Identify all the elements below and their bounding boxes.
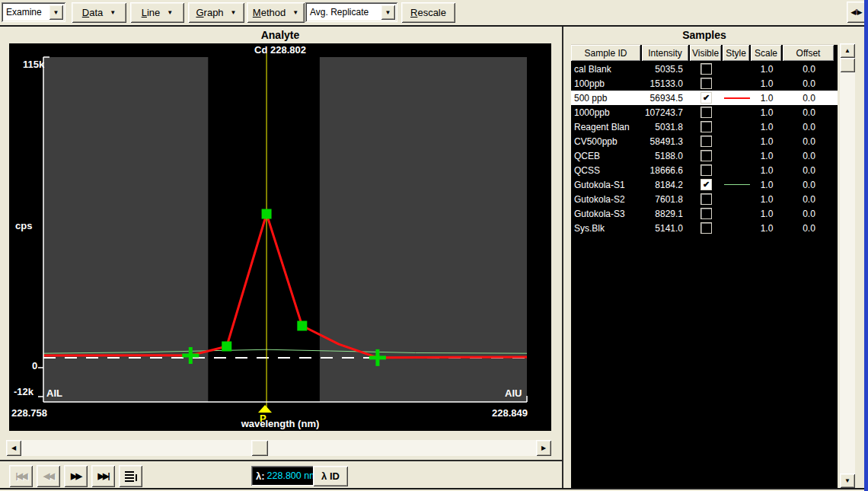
style-cell <box>723 177 751 192</box>
visible-checkbox[interactable] <box>700 63 712 75</box>
split-pane-icon[interactable]: ◀‖▶ <box>847 2 866 23</box>
y-axis-max-label: 115k <box>23 59 44 70</box>
offset-cell: 0.0 <box>783 221 835 235</box>
menu-button-method[interactable]: Method▼ <box>247 2 305 23</box>
menu-button-data[interactable]: Data▼ <box>72 2 126 23</box>
offset-cell: 0.0 <box>783 76 835 91</box>
style-line-swatch <box>724 97 750 99</box>
replicate-list-button[interactable] <box>119 465 142 487</box>
offset-cell: 0.0 <box>783 148 835 163</box>
visible-cell <box>690 134 723 148</box>
examine-combobox[interactable]: Examine ▼ <box>2 2 65 22</box>
style-cell <box>723 62 751 76</box>
avg-replicate-combobox[interactable]: Avg. Replicate ▼ <box>305 2 397 22</box>
scroll-left-icon[interactable]: ◀ <box>6 440 21 456</box>
intensity-cell: 15133.0 <box>642 76 690 91</box>
spectrum-plot[interactable]: Cd 228.802 115k cps 0 -12k AIL AIU 228.7… <box>9 43 551 431</box>
scroll-down-icon[interactable]: ▼ <box>840 473 855 488</box>
visible-checkbox[interactable] <box>700 150 712 161</box>
scale-cell: 1.0 <box>751 177 783 192</box>
pane-divider[interactable] <box>562 27 563 488</box>
table-row[interactable]: cal Blank5035.51.00.0 <box>571 62 838 76</box>
replicate-list-icon <box>124 470 137 482</box>
visible-cell <box>690 62 723 76</box>
style-line-swatch <box>724 184 750 185</box>
samples-table-header: Sample IDIntensityVisibleStyleScaleOffse… <box>571 45 838 61</box>
spectrum-canvas[interactable] <box>9 43 551 431</box>
table-row[interactable]: 100ppb15133.01.00.0 <box>571 76 838 91</box>
visible-checkbox[interactable] <box>700 208 712 219</box>
sample-id-cell: QCEB <box>571 148 642 163</box>
column-header-scale[interactable]: Scale <box>751 45 781 61</box>
sample-id-cell: Gutokola-S2 <box>571 192 642 206</box>
samples-vertical-scrollbar[interactable]: ▲ ▼ <box>840 43 855 488</box>
scroll-up-icon[interactable]: ▲ <box>840 43 855 58</box>
visible-checkbox[interactable]: ✔ <box>700 92 712 104</box>
ail-label: AIL <box>46 387 62 399</box>
skip-first-icon[interactable]: |◀◀ <box>9 465 33 487</box>
plus-marker-icon <box>189 347 193 364</box>
square-marker-icon <box>297 321 307 331</box>
table-row[interactable]: 500 ppb56934.5✔1.00.0 <box>571 91 838 105</box>
offset-cell: 0.0 <box>783 177 835 192</box>
table-row[interactable]: Reagent Blan5031.81.00.0 <box>571 120 838 134</box>
style-cell <box>723 221 751 235</box>
intensity-cell: 18666.6 <box>642 163 690 177</box>
column-header-visible[interactable]: Visible <box>690 45 721 61</box>
column-header-style[interactable]: Style <box>723 45 749 61</box>
visible-checkbox[interactable]: ✔ <box>700 179 712 190</box>
column-header-offset[interactable]: Offset <box>783 45 834 61</box>
visible-checkbox[interactable] <box>700 107 712 118</box>
table-row[interactable]: Gutokola-S38829.11.00.0 <box>571 206 838 221</box>
table-row[interactable]: Gutokola-S18184.2✔1.00.0 <box>571 177 838 192</box>
chart-horizontal-scrollbar[interactable]: ◀ ▶ <box>6 440 551 456</box>
x-axis-min-label: 228.758 <box>11 407 47 419</box>
scrollbar-thumb[interactable] <box>840 58 855 72</box>
table-row[interactable]: Sys.Blk5141.01.00.0 <box>571 221 838 235</box>
visible-cell <box>690 105 723 120</box>
column-header-intensity[interactable]: Intensity <box>642 45 688 61</box>
chevron-down-icon: ▼ <box>167 9 173 16</box>
visible-checkbox[interactable] <box>700 164 712 176</box>
visible-checkbox[interactable] <box>700 121 712 132</box>
column-header-sample-id[interactable]: Sample ID <box>571 45 640 61</box>
peak-cursor-icon[interactable] <box>258 405 272 413</box>
aiu-label: AIU <box>505 387 522 399</box>
forward-icon[interactable]: ▶▶ <box>64 465 88 487</box>
window-bottom-border <box>0 488 864 489</box>
rescale-button[interactable]: Rescale <box>401 2 455 23</box>
scroll-right-icon[interactable]: ▶ <box>536 440 551 456</box>
scale-cell: 1.0 <box>751 76 783 91</box>
lambda-id-button[interactable]: λ ID <box>313 466 348 486</box>
table-row[interactable]: Gutokola-S27601.81.00.0 <box>571 192 838 206</box>
x-axis-max-label: 228.849 <box>492 407 528 419</box>
table-row[interactable]: 1000ppb107243.71.00.0 <box>571 105 838 120</box>
chevron-down-icon[interactable]: ▼ <box>381 5 395 20</box>
intensity-cell: 58491.3 <box>642 134 690 148</box>
visible-checkbox[interactable] <box>700 78 712 89</box>
offset-cell: 0.0 <box>783 163 835 177</box>
samples-table-body: cal Blank5035.51.00.0100ppb15133.01.00.0… <box>571 62 838 235</box>
table-row[interactable]: QCSS18666.61.00.0 <box>571 163 838 177</box>
style-cell <box>723 206 751 221</box>
plus-marker-icon <box>375 349 379 366</box>
table-row[interactable]: CV500ppb58491.31.00.0 <box>571 134 838 148</box>
rewind-icon[interactable]: ◀◀ <box>37 465 60 487</box>
style-cell <box>723 163 751 177</box>
style-cell <box>723 91 751 105</box>
menu-button-graph[interactable]: Graph▼ <box>188 2 244 23</box>
visible-checkbox[interactable] <box>700 136 712 147</box>
chevron-down-icon[interactable]: ▼ <box>49 5 63 20</box>
scrollbar-thumb[interactable] <box>251 440 268 456</box>
visible-checkbox[interactable] <box>700 193 712 205</box>
intensity-cell: 5188.0 <box>642 148 690 163</box>
menu-button-line[interactable]: Line▼ <box>130 2 184 23</box>
samples-table: Sample IDIntensityVisibleStyleScaleOffse… <box>571 44 838 488</box>
table-row[interactable]: QCEB5188.01.00.0 <box>571 148 838 163</box>
intensity-cell: 8829.1 <box>642 206 690 221</box>
skip-last-icon[interactable]: ▶▶| <box>91 465 115 487</box>
lambda-label: λ: <box>256 470 265 482</box>
sample-id-cell: cal Blank <box>571 62 642 76</box>
intensity-cell: 7601.8 <box>642 192 690 206</box>
visible-checkbox[interactable] <box>700 222 712 234</box>
